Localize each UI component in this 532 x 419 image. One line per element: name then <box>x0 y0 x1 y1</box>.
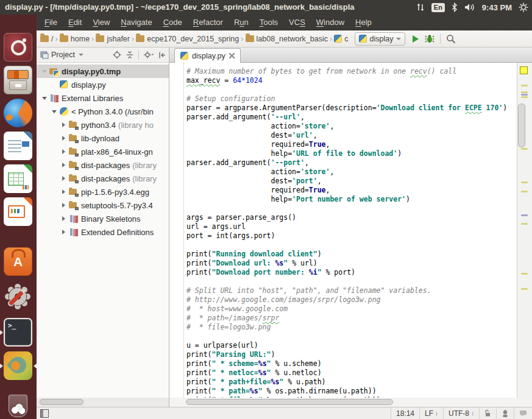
menu-window[interactable]: Window <box>311 15 350 30</box>
chevron-down-icon[interactable] <box>79 54 83 56</box>
menu-tools[interactable]: Tools <box>254 15 283 30</box>
menu-edit[interactable]: Edit <box>63 15 87 30</box>
breadcrumb-separator-icon: › <box>239 34 245 43</box>
stripe-warning-mark[interactable] <box>521 273 528 275</box>
menu-navigate[interactable]: Navigate <box>115 15 157 30</box>
project-horizontal-scrollbar[interactable] <box>37 398 169 407</box>
launcher-trash-icon[interactable] <box>4 390 32 419</box>
tree-item-external-libraries[interactable]: External Libraries <box>37 91 169 105</box>
code-editor[interactable]: # Maximum number of bytes to get from ne… <box>170 63 517 398</box>
breadcrumb-lab08_network_basic[interactable]: lab08_network_basic <box>246 35 328 43</box>
breadcrumb-file[interactable]: c <box>334 35 348 43</box>
menu-code[interactable]: Code <box>158 15 188 30</box>
stripe-warning-mark[interactable] <box>521 288 528 290</box>
hector-inspector-widget[interactable] <box>496 407 514 419</box>
tree-item-display.py[interactable]: display.py <box>37 78 169 91</box>
stripe-warning-mark[interactable] <box>521 214 528 216</box>
scrollbar-thumb[interactable] <box>40 399 83 405</box>
menu-view[interactable]: View <box>87 15 115 30</box>
debug-button[interactable] <box>425 34 434 43</box>
launcher-pycharm-icon[interactable] <box>4 351 32 380</box>
folder-icon <box>96 35 104 42</box>
menu-help[interactable]: Help <box>350 15 377 30</box>
launcher-terminal-icon[interactable] <box>4 318 32 347</box>
launcher-ubuntu-dash-icon[interactable] <box>4 33 32 62</box>
stripe-warning-mark[interactable] <box>521 148 528 150</box>
launcher-firefox-icon[interactable] <box>4 99 32 127</box>
tab-display-py[interactable]: display.py <box>174 48 241 63</box>
run-button[interactable] <box>413 35 419 43</box>
pylogo-icon <box>59 107 69 116</box>
notifications-widget[interactable] <box>514 407 532 419</box>
lib-icon <box>69 214 79 223</box>
tree-item-extended-definitions[interactable]: Extended Definitions <box>37 225 169 239</box>
editor-horizontal-scrollbar[interactable] <box>169 398 532 407</box>
menu-vcs[interactable]: VCS <box>283 15 311 30</box>
clock[interactable]: 9:43 PM <box>482 3 512 12</box>
scrollbar-thumb[interactable] <box>186 399 393 405</box>
launcher-libreoffice-calc-icon[interactable] <box>4 164 32 193</box>
collapse-all-icon[interactable] <box>126 51 134 59</box>
chevron-down-icon <box>42 97 47 100</box>
stripe-warning-mark[interactable] <box>521 181 528 183</box>
caret-position-widget[interactable]: 18:14 <box>391 407 419 419</box>
hide-panel-icon[interactable] <box>158 51 166 59</box>
breadcrumb-jshafer[interactable]: jshafer <box>96 35 130 43</box>
line-separator-widget[interactable]: LF ↕ <box>419 407 443 419</box>
file-status-indicator[interactable] <box>520 66 528 74</box>
stripe-warning-mark[interactable] <box>521 91 528 93</box>
lock-widget[interactable] <box>479 407 496 419</box>
breadcrumb-root[interactable]: / <box>40 35 53 43</box>
keyboard-indicator-icon[interactable] <box>416 2 425 12</box>
tree-item-setuptools-5.7-py3.4[interactable]: setuptools-5.7-py3.4 <box>37 199 169 212</box>
launcher-libreoffice-writer-icon[interactable] <box>4 132 32 160</box>
launcher-libreoffice-impress-icon[interactable] <box>4 197 32 226</box>
search-everywhere-button[interactable] <box>446 34 456 44</box>
menu-refactor[interactable]: Refactor <box>188 15 229 30</box>
tree-item-pip-1.5.6-py3.4.egg[interactable]: pip-1.5.6-py3.4.egg <box>37 185 169 199</box>
session-gear-icon[interactable] <box>519 2 528 12</box>
code-line: print(" * netloc=%s" % u.netloc) <box>186 368 517 378</box>
code-line <box>186 204 517 213</box>
code-line: print("Download url: %s" % url) <box>186 259 517 268</box>
code-line <box>186 332 517 341</box>
tree-item-display.py0.tmp[interactable]: display.py0.tmp <box>37 65 169 78</box>
tab-close-icon[interactable] <box>229 53 235 58</box>
vertical-scrollbar-thumb[interactable] <box>518 104 525 147</box>
error-stripe[interactable] <box>517 63 532 398</box>
stripe-warning-mark[interactable] <box>521 96 528 98</box>
menu-run[interactable]: Run <box>229 15 254 30</box>
code-line: print(" * scheme=%s" % u.scheme) <box>186 359 517 368</box>
stripe-warning-mark[interactable] <box>521 85 528 86</box>
tree-item-binary-skeletons[interactable]: Binary Skeletons <box>37 212 169 225</box>
run-configuration-select[interactable]: display <box>355 32 406 46</box>
menu-file[interactable]: File <box>39 15 63 30</box>
tree-item-dist-packages[interactable]: dist-packages(library <box>37 172 169 185</box>
code-line: print(" * path=%s" % os.path.dirname(u.p… <box>186 387 517 396</box>
tree-item-python3.4[interactable]: python3.4(library ho <box>37 118 169 132</box>
bluetooth-icon[interactable] <box>452 2 458 12</box>
breadcrumb-home[interactable]: home <box>60 35 90 43</box>
locate-file-icon[interactable] <box>113 51 121 59</box>
code-line: help='Port number of web server') <box>186 195 517 204</box>
tree-item-dist-packages[interactable]: dist-packages(library <box>37 158 169 172</box>
code-line: required=True, <box>186 140 517 149</box>
settings-gear-icon[interactable] <box>143 51 154 59</box>
toolwindow-toggle-icon[interactable] <box>40 409 49 418</box>
stripe-warning-mark[interactable] <box>521 94 528 96</box>
code-line: dest='url', <box>186 131 517 140</box>
stripe-warning-mark[interactable] <box>521 223 528 225</box>
tree-item-lib-dynload[interactable]: lib-dynload <box>37 132 169 145</box>
breadcrumb-ecpe170_dev_2015_spring[interactable]: ecpe170_dev_2015_spring <box>136 35 239 43</box>
keyboard-layout-badge[interactable]: En <box>431 3 445 12</box>
chevron-right-icon <box>62 189 65 194</box>
volume-icon[interactable] <box>464 2 475 12</box>
tree-item-plat-x86-64-linux-gn[interactable]: plat-x86_64-linux-gn <box>37 145 169 158</box>
encoding-widget[interactable]: UTF-8 ↕ <box>443 407 479 419</box>
tree-item-python-3.4.0-usr-bin[interactable]: < Python 3.4.0 (/usr/bin <box>37 105 169 118</box>
launcher-files-icon[interactable] <box>4 66 32 94</box>
launcher-software-center-icon[interactable] <box>4 247 32 276</box>
stripe-warning-mark[interactable] <box>521 191 528 192</box>
code-line: parser.add_argument('--url', <box>186 113 517 122</box>
launcher-system-settings-icon[interactable] <box>4 283 32 311</box>
